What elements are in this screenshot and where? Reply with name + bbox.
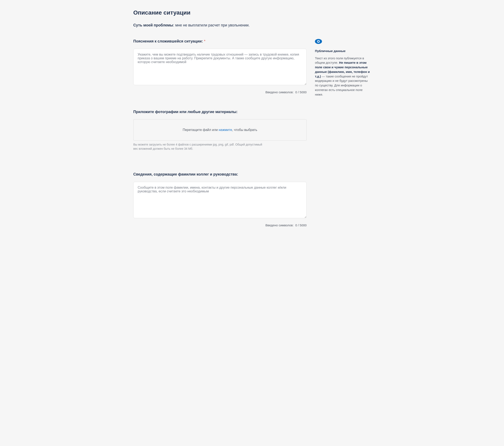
explanation-counter: Введено символов: 0 / 5000	[133, 90, 306, 95]
colleagues-textarea[interactable]	[133, 182, 306, 218]
svg-point-2	[318, 41, 319, 42]
attachments-hint: Вы можете загрузить не более 4 файлов с …	[133, 143, 262, 151]
problem-essence: Суть моей проблемы: мне не выплатили рас…	[133, 22, 371, 28]
explanation-textarea[interactable]	[133, 49, 306, 85]
eye-icon	[315, 39, 322, 44]
problem-label: Суть моей проблемы	[133, 23, 173, 27]
explanation-counter-label: Введено символов:	[266, 90, 294, 94]
dropzone-text-before: Перетащите файл или	[183, 128, 219, 132]
aside-text: Текст из этого поля публикуется в общем …	[315, 56, 371, 97]
colleagues-counter: Введено символов: 0 / 5000	[133, 223, 306, 228]
explanation-counter-value: 0 / 5000	[295, 90, 306, 94]
dropzone-link[interactable]: нажмите	[219, 128, 232, 132]
colleagues-label: Сведения, содержащие фамилии коллег и ру…	[133, 172, 306, 177]
aside-title: Публичные данные	[315, 49, 371, 54]
file-dropzone[interactable]: Перетащите файл или нажмите, чтобы выбра…	[133, 119, 306, 141]
colleagues-counter-label: Введено символов:	[266, 223, 294, 227]
public-data-aside: Публичные данные Текст из этого поля пуб…	[315, 38, 371, 97]
problem-text: мне не выплатили расчет при увольнении.	[175, 23, 250, 27]
dropzone-text-after: , чтобы выбрать	[232, 128, 257, 132]
problem-separator: :	[173, 23, 175, 27]
explanation-label-text: Пояснения к сложившейся ситуации:	[133, 39, 203, 43]
colleagues-counter-value: 0 / 5000	[295, 223, 306, 227]
page-heading: Описание ситуации	[133, 8, 371, 17]
explanation-label: Пояснения к сложившейся ситуации: *	[133, 38, 306, 44]
attachments-label: Приложите фотографии или любые другие ма…	[133, 109, 306, 115]
aside-text-after: — такие сообщения не пройдут модерацию и…	[315, 74, 368, 96]
required-mark: *	[204, 39, 205, 43]
